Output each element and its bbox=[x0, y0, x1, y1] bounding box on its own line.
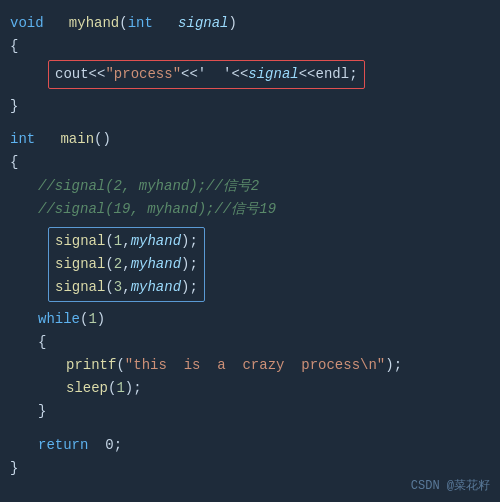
var-signal: signal bbox=[178, 12, 228, 35]
watermark: CSDN @菜花籽 bbox=[411, 477, 490, 494]
fn-signal1: signal bbox=[55, 230, 105, 253]
code-editor: void myhand ( int signal ) { cout<<"proc… bbox=[0, 0, 500, 492]
str-process: "process" bbox=[105, 66, 181, 82]
line-void-myhand: void myhand ( int signal ) bbox=[10, 12, 490, 35]
var-myhand2: myhand bbox=[131, 253, 181, 276]
line-signal2: signal(2,myhand); bbox=[55, 253, 198, 276]
str-printf-msg: "this is a crazy process\n" bbox=[125, 354, 385, 377]
var-signal-2: signal bbox=[248, 66, 298, 82]
line-close-brace-1: } bbox=[10, 95, 490, 118]
line-open-brace-1: { bbox=[10, 35, 490, 58]
fn-signal3: signal bbox=[55, 276, 105, 299]
var-myhand1: myhand bbox=[131, 230, 181, 253]
line-int-main: int main () bbox=[10, 128, 490, 151]
line-printf: printf("this is a crazy process\n"); bbox=[10, 354, 490, 377]
line-comment-2: //signal(19, myhand);//信号19 bbox=[10, 198, 490, 221]
cmt-signal2: //signal(2, myhand);//信号2 bbox=[38, 175, 259, 198]
line-return: return 0; bbox=[10, 434, 490, 457]
fn-printf: printf bbox=[66, 354, 116, 377]
line-while: while(1) bbox=[10, 308, 490, 331]
kw-void: void bbox=[10, 12, 44, 35]
cmt-signal19: //signal(19, myhand);//信号19 bbox=[38, 198, 276, 221]
signal-box: signal(1,myhand); signal(2,myhand); sign… bbox=[20, 225, 490, 304]
line-signal3: signal(3,myhand); bbox=[55, 276, 198, 299]
fn-myhand: myhand bbox=[69, 12, 119, 35]
cout-box: cout<<"process"<<' '<<signal<<endl; bbox=[20, 58, 490, 91]
kw-while: while bbox=[38, 308, 80, 331]
line-open-brace-3: { bbox=[10, 331, 490, 354]
line-comment-1: //signal(2, myhand);//信号2 bbox=[10, 175, 490, 198]
line-sleep: sleep(1); bbox=[10, 377, 490, 400]
line-close-brace-3: } bbox=[10, 400, 490, 423]
fn-sleep: sleep bbox=[66, 377, 108, 400]
cout-highlighted: cout<<"process"<<' '<<signal<<endl; bbox=[48, 60, 365, 89]
kw-int: int bbox=[128, 12, 153, 35]
fn-main: main bbox=[60, 128, 94, 151]
line-signal1: signal(1,myhand); bbox=[55, 230, 198, 253]
signal-highlighted: signal(1,myhand); signal(2,myhand); sign… bbox=[48, 227, 205, 302]
line-open-brace-2: { bbox=[10, 151, 490, 174]
var-myhand3: myhand bbox=[131, 276, 181, 299]
kw-int-main: int bbox=[10, 128, 35, 151]
fn-signal2: signal bbox=[55, 253, 105, 276]
kw-return: return bbox=[38, 434, 88, 457]
